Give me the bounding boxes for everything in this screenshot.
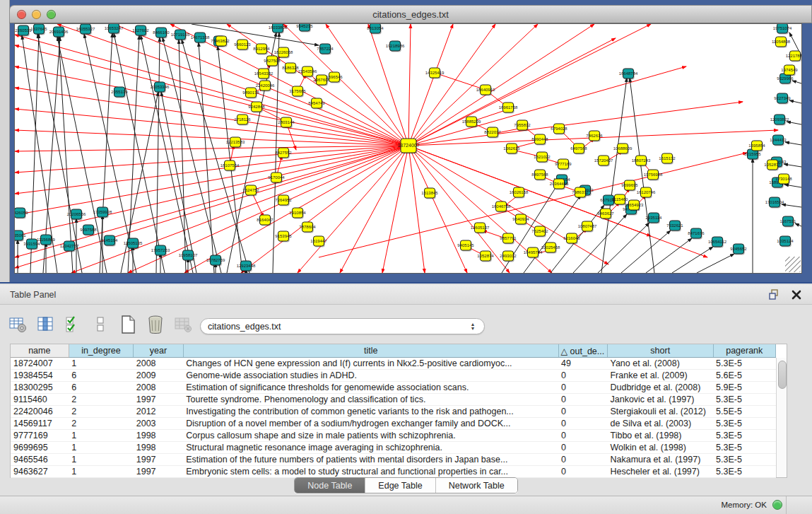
tab-edge-table[interactable]: Edge Table	[365, 478, 435, 493]
graph-node-label: 1244413	[770, 138, 787, 142]
graph-node-label: 1596546	[326, 75, 343, 79]
table-row[interactable]: 977716911998Corpus callosum shape and si…	[11, 430, 776, 442]
table-row[interactable]: 946554611997Estimation of the future num…	[11, 454, 776, 466]
close-panel-icon[interactable]	[790, 288, 802, 300]
select-all-button[interactable]	[62, 313, 83, 336]
column-header-pagerank[interactable]: pagerank	[713, 344, 776, 358]
table-cell: Franke et al. (2009)	[607, 370, 713, 382]
table-panel-header: Table Panel	[0, 285, 812, 305]
column-header-name[interactable]: name	[11, 344, 69, 358]
graph-node-label: 8186328	[282, 66, 299, 70]
table-type-tabs: Node TableEdge TableNetwork Table	[294, 477, 517, 493]
import-table-disabled-button[interactable]	[172, 313, 194, 336]
delete-table-button[interactable]	[145, 313, 166, 336]
table-row[interactable]: 1938455462009Genome-wide association stu…	[11, 370, 776, 382]
graph-node-label: 7955812	[514, 123, 531, 127]
graph-node-label: 19751074	[773, 26, 792, 30]
graph-node-label: 8990448	[531, 137, 548, 141]
graph-node-label: 7857224	[317, 47, 334, 51]
graph-node-label: 12093822	[770, 117, 789, 122]
graph-node-label: 6216043	[563, 236, 580, 240]
graph-node-label: 19218986	[386, 44, 405, 48]
graph-node-label: 16033809	[269, 25, 288, 30]
table-settings-button[interactable]	[7, 313, 28, 336]
graph-node-label: 21543546	[298, 69, 317, 74]
graph-node-label: 9245652	[730, 247, 747, 251]
table-cell: Estimation of significance thresholds fo…	[183, 382, 558, 394]
tab-network-table[interactable]: Network Table	[436, 478, 517, 493]
table-cell: Embryonic stem cells: a model to study s…	[183, 466, 558, 478]
table-row[interactable]: 2242004622012Investigating the contribut…	[11, 406, 776, 418]
table-cell: Corpus callosum shape and size in male p…	[183, 430, 558, 442]
graph-node-label: 8822037	[484, 130, 501, 134]
column-header-out_degree[interactable]: △ out_de...	[558, 344, 607, 358]
new-document-button[interactable]	[117, 313, 139, 336]
tab-node-table[interactable]: Node Table	[295, 478, 365, 493]
clear-selection-button[interactable]	[90, 313, 111, 336]
graph-node-label: 14325419	[425, 71, 445, 75]
memory-indicator[interactable]	[772, 500, 782, 510]
graph-node-label: 1435061	[15, 233, 26, 238]
graph-node-label: 1362615	[503, 146, 520, 151]
table-cell: Changes of HCN gene expression and I(f) …	[183, 358, 558, 370]
table-row[interactable]: 1872400712008Changes of HCN gene express…	[11, 358, 776, 370]
table-cell: 9699695	[11, 442, 69, 454]
graph-node-label: 1537645	[30, 27, 47, 31]
table-cell: 18300295	[11, 382, 69, 394]
network-canvas[interactable]: 2260539153764520691406160553271065324715…	[14, 23, 802, 274]
graph-node-label: 12217897	[786, 54, 801, 58]
network-window-titlebar[interactable]: citations_edges.txt	[9, 5, 812, 23]
graph-node-label: 18107554	[220, 163, 240, 168]
status-bar: Memory: OK	[0, 496, 812, 514]
graph-node-label: 1621022	[534, 155, 551, 159]
network-graph[interactable]: 2260539153764520691406160553271065324715…	[15, 24, 801, 273]
graph-node-label: 8427552	[275, 151, 292, 155]
graph-node-label: 1615132	[659, 156, 676, 160]
graph-node-label: 9827508	[264, 59, 281, 63]
graph-node-label: 12505135	[124, 241, 143, 245]
graph-node-label: 1052877	[764, 163, 781, 167]
column-header-title[interactable]: title	[183, 344, 558, 358]
graph-node-label: 7624752	[242, 188, 259, 192]
table-row[interactable]: 911546021997Tourette syndrome. Phenomeno…	[11, 394, 776, 406]
table-scrollbar[interactable]	[776, 358, 787, 477]
graph-node-label: 1910854	[289, 211, 306, 215]
table-row[interactable]: 969969511998Structural magnetic resonanc…	[11, 442, 776, 454]
combo-value: citations_edges.txt	[201, 322, 464, 332]
graph-node-label: 10025458	[541, 245, 560, 250]
graph-node-label: 20206556	[67, 212, 86, 216]
column-header-year[interactable]: year	[134, 344, 184, 358]
table-cell: Tibbo et al. (1998)	[607, 430, 713, 442]
graph-node-label: 9640934	[512, 217, 529, 221]
graph-node-label: 1527602	[132, 28, 149, 33]
show-columns-button[interactable]	[35, 313, 56, 336]
table-cell: 0	[558, 406, 607, 418]
table-cell: Tourette syndrome. Phenomenology and cla…	[183, 394, 558, 406]
column-header-in_degree[interactable]: in_degree	[69, 344, 134, 358]
table-cell: 49	[558, 358, 607, 370]
graph-node-label: 1035124	[777, 239, 794, 243]
network-desktop: citations_edges.txt 22605391537645206914…	[0, 0, 812, 282]
graph-node-label: 2935114	[646, 216, 663, 220]
graph-node-label: 14671358	[191, 35, 210, 40]
table-cell: 1	[69, 430, 134, 442]
float-panel-icon[interactable]	[768, 288, 780, 300]
scrollbar-thumb[interactable]	[778, 361, 787, 389]
graph-node-label: 7632621	[666, 223, 683, 228]
table-cell: 5.3E-5	[713, 442, 776, 454]
graph-node-label: 16055327	[76, 27, 95, 31]
resize-grip[interactable]	[785, 257, 801, 272]
table-row[interactable]: 946362711997Embryonic stem cells: a mode…	[11, 466, 776, 478]
column-header-short[interactable]: short	[607, 344, 713, 358]
statusbar-divider	[786, 496, 787, 514]
graph-node-label: 20053346	[151, 85, 170, 89]
graph-node-label: 17359928	[93, 210, 112, 214]
table-selector-combo[interactable]: citations_edges.txt ▲▼	[200, 318, 485, 334]
graph-node-label: 1619447	[310, 239, 327, 243]
table-row[interactable]: 1456911722003Disruption of a novel membe…	[11, 418, 776, 430]
table-cell: 0	[558, 418, 607, 430]
table-cell: 9115460	[11, 394, 69, 406]
table-row[interactable]: 1830029562008Estimation of significance …	[11, 382, 776, 394]
graph-node-label: 9660123	[234, 42, 251, 47]
table-cell: 0	[558, 430, 607, 442]
